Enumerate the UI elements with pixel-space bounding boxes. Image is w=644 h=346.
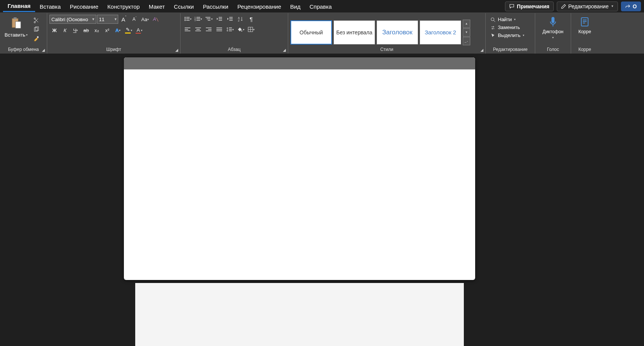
style-no-spacing[interactable]: Без интервала [334, 20, 375, 45]
style-heading-1[interactable]: Заголовок [377, 20, 418, 45]
find-button[interactable]: Найти▾ [488, 15, 518, 23]
paste-button[interactable]: Вставить ▾ [2, 15, 30, 39]
shading-button[interactable]: ▾ [236, 25, 246, 34]
cursor-icon [490, 33, 496, 38]
italic-button[interactable]: К [60, 26, 70, 34]
bullets-button[interactable]: ▾ [183, 15, 193, 23]
bold-button[interactable]: Ж [49, 26, 59, 34]
align-center-button[interactable] [193, 25, 203, 34]
font-family-combo[interactable]: ▼ [49, 15, 96, 24]
svg-point-13 [185, 20, 186, 21]
decrease-font-button[interactable]: Aˇ [130, 15, 139, 23]
styles-expand[interactable]: ⎯▾ [463, 37, 470, 45]
tab-help[interactable]: Справка [305, 1, 336, 12]
show-marks-button[interactable]: ¶ [246, 15, 256, 23]
dictate-button[interactable]: Диктофон ▾ [539, 15, 567, 41]
multilevel-list-button[interactable]: ▾ [204, 15, 214, 23]
font-size-combo[interactable]: ▼ [97, 15, 118, 24]
editing-mode-button[interactable]: Редактирование ▼ [557, 2, 618, 11]
tab-review[interactable]: Рецензирование [233, 1, 286, 12]
chevron-down-icon: ▾ [26, 33, 28, 37]
numbering-button[interactable]: 123▾ [193, 15, 203, 23]
group-editor: Корре Корре [571, 13, 598, 54]
group-voice: Диктофон ▾ Голос [535, 13, 571, 54]
font-size-input[interactable] [97, 17, 113, 22]
replace-label: Заменить [498, 25, 520, 30]
align-right-button[interactable] [204, 25, 214, 34]
svg-rect-38 [206, 28, 212, 28]
share-icon [625, 4, 630, 9]
svg-rect-34 [185, 31, 190, 31]
tab-layout[interactable]: Макет [144, 1, 169, 12]
group-font: ▼ ▼ Aˆ Aˇ Aa▾ A Ж К Ч▾ ab x₂ x² A▾ ✎▾ A▾… [47, 13, 181, 54]
tab-home[interactable]: Главная [3, 0, 35, 12]
style-heading-2[interactable]: Заголовок 2 [420, 20, 461, 45]
strikethrough-button[interactable]: ab [81, 26, 91, 34]
styles-scroll-down[interactable]: ▼ [463, 28, 470, 37]
svg-rect-7 [37, 36, 39, 38]
group-label-editing: Редактирование [488, 47, 533, 53]
tab-design[interactable]: Конструктор [103, 1, 144, 12]
styles-launcher[interactable]: ◢ [479, 48, 485, 53]
decrease-indent-button[interactable] [215, 15, 224, 23]
share-button[interactable]: О [621, 2, 641, 11]
clipboard-launcher[interactable]: ◢ [41, 48, 46, 53]
document-page-2[interactable] [135, 283, 464, 346]
chevron-down-icon[interactable]: ▼ [113, 17, 118, 21]
sort-button[interactable]: AZ [236, 15, 246, 23]
superscript-button[interactable]: x² [102, 26, 112, 34]
highlight-button[interactable]: ✎▾ [124, 26, 133, 34]
text-effects-button[interactable]: A▾ [113, 26, 123, 34]
line-spacing-button[interactable]: ▾ [225, 25, 235, 34]
svg-rect-16 [196, 17, 200, 18]
replace-button[interactable]: Заменить [488, 23, 522, 31]
svg-rect-21 [205, 17, 210, 18]
font-family-input[interactable] [50, 17, 91, 22]
svg-rect-2 [15, 22, 21, 28]
svg-rect-35 [195, 28, 201, 28]
copy-button[interactable] [31, 25, 41, 34]
find-label: Найти [498, 17, 512, 22]
eraser-icon: A [153, 16, 159, 22]
tab-insert[interactable]: Вставка [35, 1, 65, 12]
svg-text:Z: Z [238, 19, 240, 22]
justify-button[interactable] [215, 25, 224, 34]
cut-button[interactable] [31, 16, 41, 25]
underline-button[interactable]: Ч▾ [71, 26, 80, 34]
font-launcher[interactable]: ◢ [174, 48, 179, 53]
borders-button[interactable]: ▾ [246, 25, 256, 34]
select-button[interactable]: Выделить▾ [488, 31, 527, 39]
svg-rect-14 [186, 20, 190, 21]
tab-view[interactable]: Вид [286, 1, 305, 12]
document-area[interactable] [0, 54, 644, 346]
case-label: Aa [141, 17, 147, 22]
comments-button[interactable]: Примечания [505, 2, 553, 11]
document-page-1[interactable] [124, 57, 475, 280]
change-case-button[interactable]: Aa▾ [140, 15, 150, 23]
line-spacing-icon [226, 27, 232, 32]
format-painter-button[interactable] [31, 34, 41, 43]
increase-indent-button[interactable] [225, 15, 235, 23]
tab-references[interactable]: Ссылки [169, 1, 198, 12]
editing-mode-label: Редактирование [568, 3, 609, 9]
tab-mailings[interactable]: Рассылки [198, 1, 233, 12]
scissors-icon [33, 17, 39, 23]
svg-rect-41 [216, 28, 222, 28]
svg-rect-27 [229, 17, 233, 18]
svg-rect-37 [195, 31, 201, 31]
align-left-button[interactable] [183, 25, 193, 34]
editor-button[interactable]: Корре [575, 15, 595, 36]
subscript-button[interactable]: x₂ [92, 26, 102, 34]
chevron-down-icon[interactable]: ▼ [91, 17, 96, 21]
tab-draw[interactable]: Рисование [65, 1, 103, 12]
align-right-icon [206, 27, 212, 32]
svg-text:A: A [153, 17, 156, 22]
styles-scroll-up[interactable]: ▲ [463, 20, 470, 28]
clear-formatting-button[interactable]: A [151, 15, 161, 23]
align-left-icon [185, 27, 191, 32]
style-normal[interactable]: Обычный [290, 20, 332, 45]
increase-font-button[interactable]: Aˆ [119, 15, 129, 23]
font-color-button[interactable]: A▾ [134, 26, 144, 34]
pencil-icon [561, 4, 566, 9]
paragraph-launcher[interactable]: ◢ [282, 48, 287, 53]
